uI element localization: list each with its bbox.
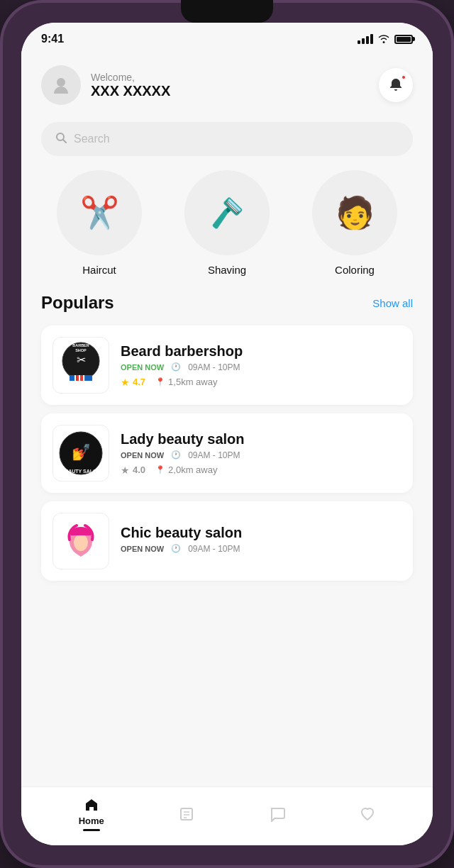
shop-logo-chic (52, 513, 109, 569)
shop-hours-chic: 09AM - 10PM (188, 544, 240, 554)
rating-value-beard: 4.7 (133, 377, 145, 387)
populars-section: Populars Show all BARBER SHOP ✂ (21, 293, 433, 581)
shop-info-beard: Beard barbershop OPEN NOW 🕐 09AM - 10PM … (121, 343, 402, 388)
nav-home[interactable]: Home (79, 797, 104, 831)
category-shaving[interactable]: 🪒 Shaving (184, 170, 270, 276)
phone-frame: 9:41 (0, 0, 454, 868)
category-coloring[interactable]: 🧑 Coloring (312, 170, 397, 276)
nav-favorites[interactable] (360, 806, 375, 822)
content-area: Welcome, XXX XXXXX (21, 51, 433, 786)
shop-hours-lady: 09AM - 10PM (188, 450, 240, 460)
svg-line-2 (63, 140, 66, 143)
category-coloring-icon: 🧑 (312, 170, 397, 255)
notification-dot (401, 74, 406, 80)
category-coloring-label: Coloring (335, 264, 375, 276)
open-badge-lady: OPEN NOW (121, 451, 164, 460)
section-title: Populars (41, 293, 114, 313)
bottom-nav: Home (21, 786, 433, 845)
shop-logo-lady: 💅 BEAUTY SALON (52, 425, 109, 482)
status-bar: 9:41 (21, 23, 433, 51)
star-icon-lady: ★ (121, 464, 130, 476)
status-time: 9:41 (41, 33, 64, 45)
user-info: Welcome, XXX XXXXX (41, 65, 170, 105)
shop-name-chic: Chic beauty salon (121, 525, 402, 541)
nav-home-label: Home (79, 816, 104, 826)
distance-text-beard: 1,5km away (168, 377, 217, 387)
category-haircut-icon: ✂️ (57, 170, 142, 255)
notification-button[interactable] (379, 68, 413, 102)
svg-text:BEAUTY SALON: BEAUTY SALON (61, 469, 100, 474)
svg-text:💅: 💅 (72, 443, 92, 462)
shop-card-beard[interactable]: BARBER SHOP ✂ (41, 326, 413, 405)
welcome-label: Welcome, (91, 72, 170, 83)
category-haircut-label: Haircut (82, 264, 116, 276)
welcome-text: Welcome, XXX XXXXX (91, 72, 170, 99)
categories-grid: ✂️ Haircut 🪒 Shaving 🧑 Coloring (41, 170, 413, 276)
shop-card-lady[interactable]: 💅 BEAUTY SALON Lady beauty salon OPEN NO… (41, 413, 413, 493)
user-name: XXX XXXXX (91, 83, 170, 99)
shop-card-chic[interactable]: Chic beauty salon OPEN NOW 🕐 09AM - 10PM (41, 501, 413, 581)
svg-text:SHOP: SHOP (75, 348, 87, 352)
shop-info-lady: Lady beauty salon OPEN NOW 🕐 09AM - 10PM… (121, 431, 402, 476)
svg-rect-9 (85, 375, 92, 381)
open-badge-beard: OPEN NOW (121, 363, 164, 372)
rating-beard: ★ 4.7 (121, 377, 145, 388)
pin-icon-lady: 📍 (155, 465, 165, 474)
svg-point-0 (57, 78, 65, 87)
clock-icon-lady: 🕐 (171, 450, 181, 460)
shop-meta-beard: ★ 4.7 📍 1,5km away (121, 377, 402, 388)
distance-beard: 📍 1,5km away (155, 377, 217, 387)
signal-icon (358, 34, 373, 44)
shop-info-chic: Chic beauty salon OPEN NOW 🕐 09AM - 10PM (121, 525, 402, 558)
search-box[interactable]: Search (41, 122, 413, 156)
search-container: Search (21, 116, 433, 170)
shop-status-chic: OPEN NOW 🕐 09AM - 10PM (121, 544, 402, 554)
header: Welcome, XXX XXXXX (21, 51, 433, 116)
distance-text-lady: 2,0km away (168, 464, 217, 475)
rating-value-lady: 4.0 (133, 464, 145, 475)
category-shaving-icon: 🪒 (184, 170, 270, 255)
shop-status-beard: OPEN NOW 🕐 09AM - 10PM (121, 362, 402, 372)
star-icon-beard: ★ (121, 377, 130, 388)
pin-icon-beard: 📍 (155, 377, 165, 386)
rating-lady: ★ 4.0 (121, 464, 145, 476)
shop-logo-beard: BARBER SHOP ✂ (52, 337, 109, 394)
phone-screen: 9:41 (21, 23, 433, 845)
search-input[interactable]: Search (74, 133, 110, 145)
section-header: Populars Show all (41, 293, 413, 313)
clock-icon-chic: 🕐 (171, 544, 181, 553)
notch (181, 0, 273, 23)
svg-text:BARBER: BARBER (72, 343, 89, 347)
shop-name-beard: Beard barbershop (121, 343, 402, 360)
open-badge-chic: OPEN NOW (121, 545, 164, 553)
nav-messages[interactable] (270, 806, 285, 822)
distance-lady: 📍 2,0km away (155, 464, 217, 475)
category-haircut[interactable]: ✂️ Haircut (57, 170, 142, 276)
svg-text:✂: ✂ (77, 354, 86, 366)
avatar (41, 65, 81, 105)
shop-status-lady: OPEN NOW 🕐 09AM - 10PM (121, 450, 402, 460)
battery-icon (394, 35, 413, 44)
nav-home-indicator (83, 829, 100, 831)
shop-meta-lady: ★ 4.0 📍 2,0km away (121, 464, 402, 476)
search-icon (55, 132, 67, 146)
clock-icon-beard: 🕐 (171, 362, 181, 372)
wifi-icon (377, 33, 390, 45)
category-shaving-label: Shaving (208, 264, 246, 276)
show-all-button[interactable]: Show all (372, 297, 413, 309)
categories-section: ✂️ Haircut 🪒 Shaving 🧑 Coloring (21, 170, 433, 293)
status-icons (358, 33, 413, 45)
shop-name-lady: Lady beauty salon (121, 431, 402, 447)
nav-orders[interactable] (179, 806, 194, 822)
shop-hours-beard: 09AM - 10PM (188, 362, 240, 372)
svg-point-17 (74, 534, 88, 551)
